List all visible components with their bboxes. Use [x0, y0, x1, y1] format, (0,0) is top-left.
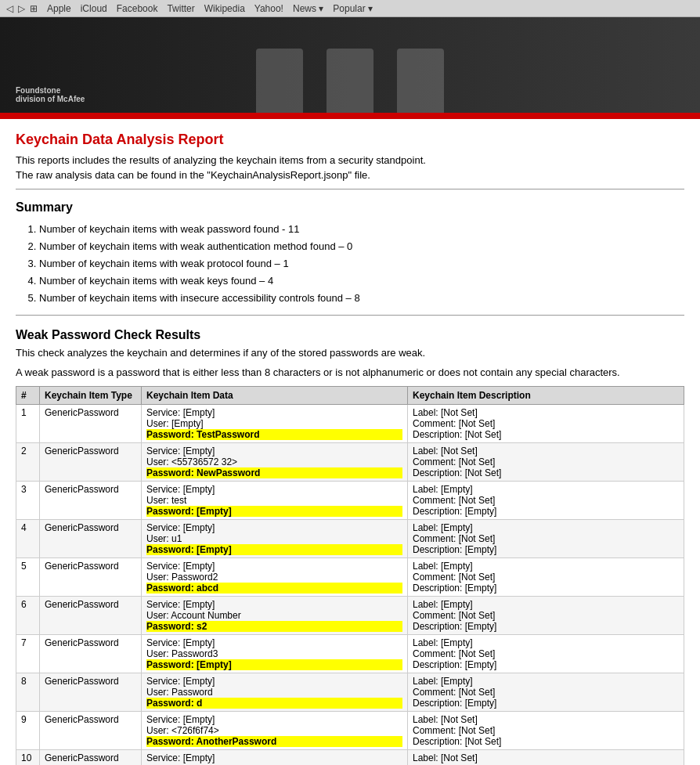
data-line: Service: [Empty]: [146, 484, 402, 495]
data-line: User: Password: [146, 687, 402, 698]
cell-desc: Label: [Not Set]Comment: [Not Set]Descri…: [408, 443, 684, 482]
report-title: Keychain Data Analysis Report: [16, 132, 684, 148]
cell-num: 10: [16, 750, 40, 765]
back-icon[interactable]: ◁: [6, 3, 13, 14]
summary-item-2: Number of keychain items with weak authe…: [39, 238, 684, 255]
cell-desc: Label: [Not Set]Comment: [Not Set]: [408, 750, 684, 765]
table-row: 10GenericPasswordService: [Empty]User: a…: [16, 750, 684, 765]
summary-item-4: Number of keychain items with weak keys …: [39, 272, 684, 290]
data-line: User: [Empty]: [146, 418, 402, 429]
cell-data: Service: [Empty]User: u1Password: [Empty…: [142, 520, 408, 558]
nav-yahoo[interactable]: Yahoo!: [254, 3, 283, 14]
cell-type: GenericPassword: [40, 482, 142, 520]
data-line: Password: [Empty]: [146, 544, 402, 555]
table-row: 9GenericPasswordService: [Empty]User: <7…: [16, 712, 684, 750]
cell-desc: Label: [Not Set]Comment: [Not Set]Descri…: [408, 405, 684, 443]
banner: Foundstone division of McAfee: [0, 17, 700, 119]
cell-data: Service: [Empty]User: testPassword: [Emp…: [142, 482, 408, 520]
cell-type: GenericPassword: [40, 635, 142, 673]
desc-line: Comment: [Not Set]: [413, 418, 679, 429]
data-line: Service: [Empty]: [146, 446, 402, 456]
nav-icloud[interactable]: iCloud: [81, 3, 107, 14]
cell-desc: Label: [Empty]Comment: [Not Set]Descript…: [408, 635, 684, 673]
cell-num: 7: [16, 635, 40, 673]
desc-line: Label: [Empty]: [413, 561, 679, 572]
weak-password-desc2: A weak password is a password that is ei…: [16, 366, 684, 378]
nav-twitter[interactable]: Twitter: [167, 3, 194, 14]
cell-desc: Label: [Empty]Comment: [Not Set]Descript…: [408, 520, 684, 558]
table-row: 8GenericPasswordService: [Empty]User: Pa…: [16, 673, 684, 712]
cell-num: 8: [16, 673, 40, 712]
desc-line: Comment: [Not Set]: [413, 610, 679, 621]
weak-password-desc1: This check analyzes the keychain and det…: [16, 347, 684, 359]
cell-data: Service: [Empty]User: [Empty]Password: T…: [142, 405, 408, 443]
data-line: Service: [Empty]: [146, 637, 402, 648]
cell-data: Service: [Empty]User: <726f6f74>Password…: [142, 712, 408, 750]
data-line: User: Password2: [146, 572, 402, 583]
desc-line: Comment: [Not Set]: [413, 456, 679, 467]
desc-line: Label: [Empty]: [413, 484, 679, 495]
cell-data: Service: [Empty]User: Password2Password:…: [142, 558, 408, 597]
data-line: Password: NewPassword: [146, 467, 402, 478]
desc-line: Description: [Empty]: [413, 659, 679, 670]
table-row: 2GenericPasswordService: [Empty]User: <5…: [16, 443, 684, 482]
forward-icon[interactable]: ▷: [18, 3, 25, 14]
summary-list: Number of keychain items with weak passw…: [39, 221, 684, 307]
cell-num: 1: [16, 405, 40, 443]
desc-line: Label: [Empty]: [413, 599, 679, 610]
cell-desc: Label: [Empty]Comment: [Not Set]Descript…: [408, 482, 684, 520]
desc-line: Comment: [Not Set]: [413, 687, 679, 698]
grid-icon[interactable]: ⊞: [30, 3, 38, 14]
nav-apple[interactable]: Apple: [47, 3, 71, 14]
desc-line: Description: [Empty]: [413, 583, 679, 594]
desc-line: Comment: [Not Set]: [413, 648, 679, 659]
report-desc-line2: The raw analysis data can be found in th…: [16, 169, 684, 181]
divider-2: [16, 315, 684, 316]
desc-line: Description: [Empty]: [413, 506, 679, 517]
banner-logo: Foundstone division of McAfee: [16, 86, 85, 103]
cell-type: GenericPassword: [40, 405, 142, 443]
data-line: User: u1: [146, 533, 402, 544]
desc-line: Description: [Not Set]: [413, 429, 679, 440]
desc-line: Comment: [Not Set]: [413, 725, 679, 736]
cell-type: GenericPassword: [40, 443, 142, 482]
nav-popular[interactable]: Popular ▾: [333, 3, 373, 14]
cell-data: Service: [Empty]User: Password3Password:…: [142, 635, 408, 673]
desc-line: Description: [Not Set]: [413, 736, 679, 747]
data-line: Service: [Empty]: [146, 522, 402, 533]
summary-item-1: Number of keychain items with weak passw…: [39, 221, 684, 238]
nav-wikipedia[interactable]: Wikipedia: [204, 3, 245, 14]
divider-1: [16, 189, 684, 189]
keychain-table: # Keychain Item Type Keychain Item Data …: [16, 386, 684, 765]
data-line: Service: [Empty]: [146, 714, 402, 725]
cell-num: 6: [16, 597, 40, 635]
table-row: 6GenericPasswordService: [Empty]User: Ac…: [16, 597, 684, 635]
cell-type: GenericPassword: [40, 673, 142, 712]
data-line: Password: AnotherPassword: [146, 736, 402, 747]
browser-toolbar: ◁ ▷ ⊞ Apple iCloud Facebook Twitter Wiki…: [0, 0, 700, 17]
cell-type: GenericPassword: [40, 712, 142, 750]
cell-desc: Label: [Empty]Comment: [Not Set]Descript…: [408, 558, 684, 597]
col-header-desc: Keychain Item Description: [408, 387, 684, 405]
report-desc-line1: This reports includes the results of ana…: [16, 154, 684, 166]
table-row: 4GenericPasswordService: [Empty]User: u1…: [16, 520, 684, 558]
desc-line: Label: [Not Set]: [413, 752, 679, 763]
desc-line: Label: [Not Set]: [413, 714, 679, 725]
nav-icons: ◁ ▷ ⊞: [6, 3, 38, 14]
weak-password-title: Weak Password Check Results: [16, 328, 684, 342]
cell-desc: Label: [Empty]Comment: [Not Set]Descript…: [408, 673, 684, 712]
data-line: Password: abcd: [146, 583, 402, 594]
cell-type: GenericPassword: [40, 597, 142, 635]
nav-facebook[interactable]: Facebook: [117, 3, 158, 14]
col-header-data: Keychain Item Data: [142, 387, 408, 405]
data-line: User: <55736572 32>: [146, 456, 402, 467]
data-line: User: Account Number: [146, 610, 402, 621]
cell-num: 4: [16, 520, 40, 558]
col-header-type: Keychain Item Type: [40, 387, 142, 405]
cell-type: GenericPassword: [40, 558, 142, 597]
nav-news[interactable]: News ▾: [293, 3, 323, 14]
summary-item-3: Number of keychain items with weak proto…: [39, 255, 684, 272]
table-row: 5GenericPasswordService: [Empty]User: Pa…: [16, 558, 684, 597]
table-row: 7GenericPasswordService: [Empty]User: Pa…: [16, 635, 684, 673]
data-line: User: test: [146, 495, 402, 506]
